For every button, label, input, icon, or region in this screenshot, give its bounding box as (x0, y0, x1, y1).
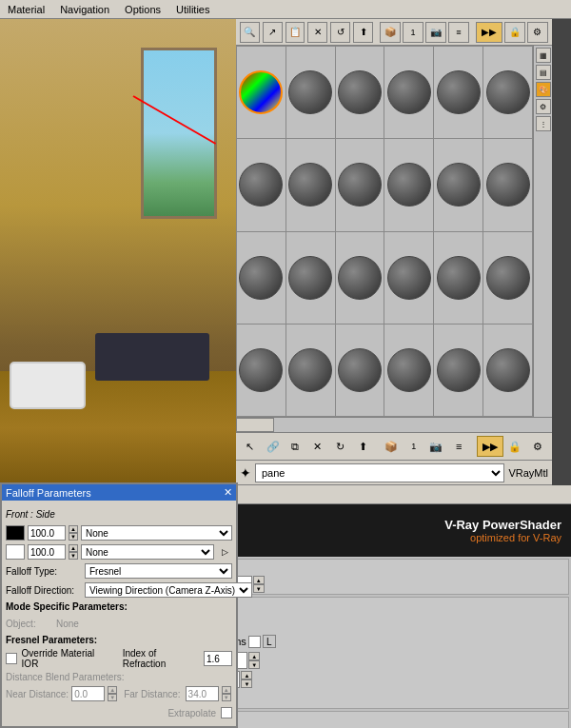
tool-btn-12[interactable]: 🔒 (504, 22, 525, 43)
mat-sphere-colorful[interactable] (239, 70, 283, 114)
max-depth-up[interactable]: ▲ (241, 671, 252, 679)
tool-btn-1[interactable]: 🔍 (240, 22, 260, 43)
mat-cell-14[interactable] (336, 232, 384, 324)
menu-utilities[interactable]: Utilities (168, 2, 217, 17)
icon-btn-cursor[interactable]: ↖ (240, 436, 261, 457)
mat-cell-15[interactable] (384, 232, 433, 324)
mat-cell-12[interactable] (237, 232, 286, 324)
row2-up[interactable]: ▲ (69, 544, 78, 552)
menu-navigation[interactable]: Navigation (52, 2, 117, 17)
far-label: Far Distance: (124, 689, 180, 699)
mat-cell-11[interactable] (483, 139, 532, 230)
icon-btn-list[interactable]: ≡ (448, 436, 469, 457)
falloff-dir-select[interactable]: Viewing Direction (Camera Z-Axis) (85, 582, 252, 598)
mat-cell-5[interactable] (483, 47, 532, 138)
mat-cell-22[interactable] (434, 325, 482, 416)
tool-btn-highlight[interactable]: ▶▶ (476, 22, 502, 43)
falloff-close-btn[interactable]: ✕ (224, 486, 232, 499)
row2-input[interactable] (28, 544, 66, 560)
falloff-type-select[interactable]: Fresnel (85, 563, 232, 579)
tool-btn-13[interactable]: ⚙ (527, 22, 548, 43)
tool-btn-6[interactable]: ⬆ (353, 22, 373, 43)
tool-btn-3[interactable]: 📋 (286, 22, 305, 43)
icon-btn-gear[interactable]: ⚙ (527, 436, 548, 457)
mat-cell-21[interactable] (384, 325, 433, 416)
mat-cell-8[interactable] (336, 139, 384, 230)
menu-options[interactable]: Options (117, 2, 168, 17)
icon-btn-copy[interactable]: ⧉ (285, 436, 305, 457)
fresnel-checkbox[interactable] (248, 636, 261, 648)
fresnel-params-label: Fresnel Parameters: (6, 633, 232, 647)
icon-checkerboard2[interactable]: ▤ (536, 65, 551, 80)
icon-btn-refresh[interactable]: ↻ (330, 436, 351, 457)
fresnel-ior-up[interactable]: ▲ (248, 652, 260, 660)
mat-cell-13[interactable] (286, 232, 335, 324)
near-down[interactable]: ▼ (108, 694, 117, 701)
icon-palette[interactable]: 🎨 (536, 82, 551, 97)
material-scrollbar[interactable] (236, 417, 552, 432)
near-up[interactable]: ▲ (108, 686, 117, 694)
row2-select[interactable]: None (81, 544, 214, 560)
mat-cell-7[interactable] (286, 139, 335, 230)
tool-btn-9[interactable]: 📷 (425, 22, 446, 43)
tool-btn-5[interactable]: ↺ (330, 22, 350, 43)
far-up[interactable]: ▲ (222, 686, 231, 694)
falloff-title-bar[interactable]: Falloff Parameters ✕ (2, 484, 236, 501)
scrollbar-track (236, 418, 552, 432)
mat-cell-16[interactable] (434, 232, 482, 324)
menu-material[interactable]: Material (0, 2, 52, 17)
tool-btn-2[interactable]: ↗ (263, 22, 283, 43)
icon-checkerboard[interactable]: ▦ (536, 48, 551, 63)
row1-input[interactable] (28, 525, 66, 541)
row2-color[interactable] (6, 544, 25, 560)
tool-btn-8[interactable]: 1 (403, 22, 423, 43)
mat-cell-4[interactable] (434, 47, 482, 138)
icon-btn-del[interactable]: ✕ (307, 436, 328, 457)
max-depth-down[interactable]: ▼ (241, 679, 252, 688)
mat-cell-17[interactable] (483, 232, 532, 324)
icon-btn-lock[interactable]: 🔒 (505, 436, 526, 457)
icon-btn-cam[interactable]: 📷 (426, 436, 447, 457)
row1-color[interactable] (6, 525, 25, 541)
row1-select[interactable]: None (81, 525, 232, 541)
icon-dots[interactable]: ⋮ (536, 116, 551, 131)
index-input[interactable] (204, 651, 232, 666)
roughness-up[interactable]: ▲ (253, 576, 265, 584)
row1-up[interactable]: ▲ (69, 525, 78, 533)
icon-btn-box[interactable]: 📦 (381, 436, 402, 457)
row2-down[interactable]: ▼ (69, 552, 78, 560)
mat-cell-1[interactable] (286, 47, 335, 138)
icon-btn-link[interactable]: 🔗 (263, 436, 284, 457)
far-input[interactable] (186, 686, 219, 701)
mat-cell-10[interactable] (434, 139, 482, 230)
mat-cell-6[interactable] (237, 139, 286, 230)
mat-cell-3[interactable] (384, 47, 433, 138)
icon-btn-play[interactable]: ▶▶ (477, 436, 503, 457)
viewport[interactable] (0, 19, 236, 485)
mat-cell-20[interactable] (336, 325, 384, 416)
mat-cell-18[interactable] (237, 325, 286, 416)
near-input[interactable] (71, 686, 105, 701)
falloff-title-text: Falloff Parameters (6, 487, 91, 499)
tool-btn-delete[interactable]: ✕ (307, 22, 327, 43)
far-down[interactable]: ▼ (222, 694, 231, 701)
icon-btn-upload[interactable]: ⬆ (353, 436, 374, 457)
icon-settings[interactable]: ⚙ (536, 99, 551, 114)
mat-cell-2[interactable] (336, 47, 384, 138)
pane-dropdown[interactable]: pane (255, 463, 504, 482)
vray-tagline-line1: V-Ray PowerShader (444, 518, 561, 532)
roughness-down[interactable]: ▼ (253, 584, 265, 593)
tool-btn-10[interactable]: ≡ (448, 22, 469, 43)
mat-cell-23[interactable] (483, 325, 532, 416)
mat-cell-19[interactable] (286, 325, 335, 416)
tool-btn-7[interactable]: 📦 (380, 22, 401, 43)
mat-cell-9[interactable] (384, 139, 433, 230)
row1-down[interactable]: ▼ (69, 533, 78, 541)
fresnel-l-btn[interactable]: L (263, 635, 276, 648)
fresnel-ior-down[interactable]: ▼ (248, 660, 260, 669)
icon-btn-num[interactable]: 1 (404, 436, 424, 457)
mat-cell-0[interactable] (237, 47, 286, 138)
scrollbar-thumb[interactable] (236, 418, 274, 432)
extrapolate-checkbox[interactable] (221, 707, 232, 718)
override-ior-checkbox[interactable] (6, 653, 17, 664)
